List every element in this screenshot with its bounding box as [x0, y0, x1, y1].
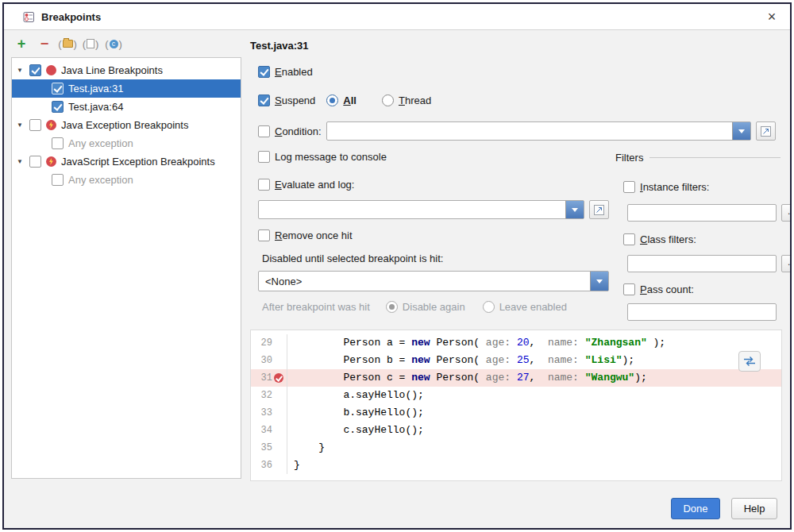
- checkbox[interactable]: [29, 64, 41, 76]
- line-number: 32: [261, 390, 272, 401]
- suspend-thread-radio[interactable]: [382, 94, 394, 106]
- chevron-down-icon[interactable]: [590, 272, 608, 291]
- group-by-class-icon: c: [105, 38, 122, 50]
- gutter[interactable]: 30: [251, 352, 287, 369]
- code-text: }: [287, 439, 325, 457]
- chevron-down-icon[interactable]: [565, 201, 584, 218]
- code-line: 32 a.sayHello();: [251, 387, 781, 404]
- class-filters-browse-button[interactable]: ...: [781, 255, 792, 272]
- exception-breakpoint-icon: [46, 156, 56, 167]
- verified-breakpoint-icon[interactable]: [274, 373, 283, 383]
- gutter[interactable]: 35: [251, 439, 287, 457]
- code-area: 29 Person a = new Person( age: 20, name:…: [251, 334, 781, 474]
- evaluate-expand-button[interactable]: [589, 200, 609, 219]
- code-text: b.sayHello();: [287, 404, 424, 422]
- code-text: Person b = new Person( age: 25, name: "L…: [287, 352, 634, 369]
- tree-item-javascript-exception-breakpoints[interactable]: JavaScript Exception Breakpoints: [12, 152, 241, 171]
- suspend-all-label: All: [343, 94, 357, 106]
- enabled-checkbox[interactable]: [258, 66, 270, 78]
- condition-expand-button[interactable]: [756, 121, 776, 141]
- tree-item-java-exception-breakpoints[interactable]: Java Exception Breakpoints: [12, 116, 241, 134]
- condition-combobox[interactable]: [326, 121, 751, 141]
- suspend-all-radio[interactable]: [326, 94, 338, 106]
- evaluate-checkbox[interactable]: [258, 179, 270, 191]
- tree-item-test-java-64[interactable]: Test.java:64: [12, 98, 241, 116]
- done-button[interactable]: Done: [671, 498, 720, 519]
- code-line: 31 Person c = new Person( age: 27, name:…: [251, 369, 781, 387]
- tree-item-label: Any exception: [68, 137, 133, 149]
- chevron-down-icon[interactable]: [17, 67, 25, 74]
- exception-breakpoint-icon: [46, 120, 56, 130]
- class-filters-label: Class filters:: [640, 233, 696, 245]
- tree-item-any-exception-js[interactable]: Any exception: [12, 171, 241, 189]
- class-filters-checkbox[interactable]: [623, 233, 635, 245]
- line-number: 33: [261, 407, 272, 418]
- suspend-checkbox[interactable]: [258, 94, 270, 106]
- pass-count-input[interactable]: [627, 303, 777, 321]
- add-breakpoint-button[interactable]: +: [12, 35, 31, 52]
- checkbox[interactable]: [29, 119, 41, 131]
- evaluate-value[interactable]: [259, 201, 565, 218]
- dialog-title: Breakpoints: [41, 11, 101, 23]
- code-preview-panel: 29 Person a = new Person( age: 20, name:…: [250, 330, 782, 481]
- chevron-down-icon[interactable]: [17, 159, 25, 165]
- tree-item-any-exception-java[interactable]: Any exception: [12, 134, 241, 152]
- group-by-package-button[interactable]: [58, 35, 77, 52]
- compare-arrows-icon: [742, 356, 757, 367]
- breakpoint-detail-title: Test.java:31: [250, 40, 308, 52]
- condition-checkbox[interactable]: [258, 125, 270, 137]
- gutter[interactable]: 34: [251, 422, 287, 439]
- tree-item-label: Test.java:31: [68, 83, 123, 94]
- checkbox[interactable]: [52, 137, 64, 149]
- code-text: c.sayHello();: [287, 422, 424, 439]
- separator: [649, 157, 781, 158]
- gutter[interactable]: 32: [251, 387, 287, 404]
- line-breakpoint-icon: [46, 65, 56, 75]
- expand-editor-icon: [761, 126, 771, 137]
- condition-value[interactable]: [327, 122, 732, 140]
- breakpoints-tree: Java Line Breakpoints Test.java:31 Test.…: [11, 57, 241, 479]
- remove-once-checkbox[interactable]: [258, 229, 270, 241]
- instance-filters-input[interactable]: [627, 204, 777, 222]
- instance-filters-checkbox[interactable]: [623, 181, 635, 193]
- gutter[interactable]: 29: [251, 334, 287, 352]
- log-message-checkbox[interactable]: [258, 151, 270, 163]
- chevron-down-icon[interactable]: [17, 122, 25, 129]
- group-by-package-icon: [58, 38, 77, 50]
- line-number: 34: [261, 425, 272, 436]
- instance-filters-browse-button[interactable]: ...: [781, 204, 792, 222]
- checkbox[interactable]: [52, 174, 64, 186]
- tree-item-java-line-breakpoints[interactable]: Java Line Breakpoints: [12, 61, 241, 79]
- class-filters-input[interactable]: [627, 255, 777, 272]
- checkbox[interactable]: [52, 101, 64, 113]
- tree-item-test-java-31[interactable]: Test.java:31: [12, 79, 241, 98]
- compare-arrows-button[interactable]: [738, 351, 761, 372]
- expand-editor-icon: [594, 205, 604, 215]
- disabled-until-value[interactable]: <None>: [259, 272, 590, 291]
- line-number: 35: [261, 442, 272, 453]
- enabled-label: Enabled: [275, 66, 313, 78]
- leave-enabled-radio[interactable]: [483, 301, 495, 313]
- checkbox[interactable]: [52, 83, 64, 94]
- log-message-label: Log message to console: [275, 151, 387, 163]
- remove-breakpoint-button[interactable]: −: [35, 35, 54, 52]
- evaluate-combobox[interactable]: [258, 200, 584, 219]
- help-button[interactable]: Help: [731, 498, 777, 519]
- line-number: 31: [261, 372, 272, 384]
- tree-item-label: JavaScript Exception Breakpoints: [61, 156, 215, 168]
- checkbox[interactable]: [29, 156, 41, 168]
- group-by-class-button[interactable]: c: [104, 35, 123, 52]
- disable-again-radio[interactable]: [386, 301, 398, 313]
- group-by-file-button[interactable]: [81, 35, 100, 52]
- code-line: 29 Person a = new Person( age: 20, name:…: [251, 334, 781, 352]
- pass-count-checkbox[interactable]: [623, 283, 635, 295]
- gutter[interactable]: 33: [251, 404, 287, 422]
- condition-label: Condition:: [275, 125, 322, 137]
- dialog-titlebar[interactable]: Breakpoints ×: [4, 4, 790, 30]
- chevron-down-icon[interactable]: [732, 122, 750, 140]
- gutter[interactable]: 36: [251, 457, 287, 474]
- gutter[interactable]: 31: [251, 369, 287, 387]
- disabled-until-combobox[interactable]: <None>: [258, 271, 609, 291]
- close-icon[interactable]: ×: [761, 6, 782, 27]
- disable-again-label: Disable again: [403, 301, 465, 313]
